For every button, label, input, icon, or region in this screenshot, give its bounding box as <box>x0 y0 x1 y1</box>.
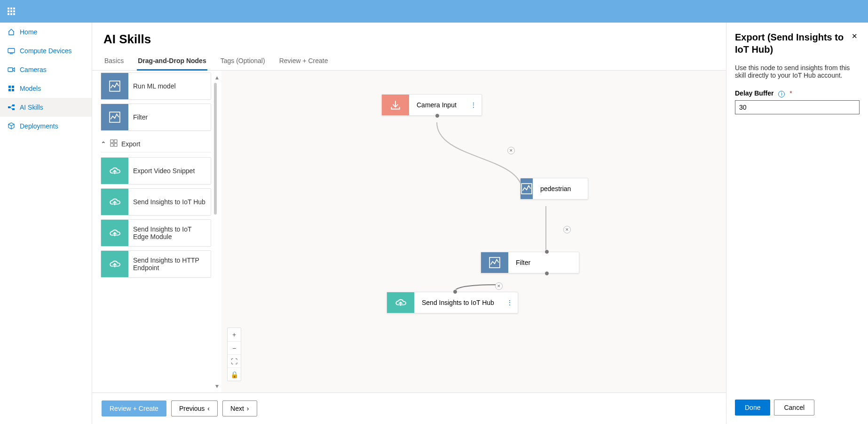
required-indicator: * <box>789 89 792 97</box>
palette-node-label: Run ML model <box>128 79 211 94</box>
palette-node-export-video-snippet[interactable]: Export Video Snippet <box>101 157 211 184</box>
sidebar-item-deployments[interactable]: Deployments <box>0 117 92 136</box>
port-in[interactable] <box>453 289 458 294</box>
palette-node-send-iot-hub[interactable]: Send Insights to IoT Hub <box>101 188 211 216</box>
edge-delete-icon[interactable]: ✕ <box>563 226 571 233</box>
cancel-button[interactable]: Cancel <box>774 400 814 416</box>
svg-rect-11 <box>110 112 120 122</box>
sidebar-item-compute-devices[interactable]: Compute Devices <box>0 41 92 60</box>
model-node-icon <box>481 252 508 273</box>
delay-buffer-label: Delay Buffer <box>735 89 773 97</box>
svg-rect-13 <box>114 140 117 143</box>
palette-node-label: Export Video Snippet <box>128 163 211 178</box>
wizard-footer: Review + Create Previous ‹ Next › <box>92 392 726 424</box>
sidebar-item-cameras[interactable]: Cameras <box>0 60 92 79</box>
canvas-node-send-insights-iot-hub[interactable]: Send Insights to IoT Hub ⋮ <box>387 292 518 313</box>
page-title: AI Skills <box>103 32 715 47</box>
edge-delete-icon[interactable]: ✕ <box>495 282 503 290</box>
model-node-icon <box>101 104 128 130</box>
svg-rect-17 <box>489 257 500 268</box>
node-label: Camera Input <box>409 95 466 115</box>
skills-icon <box>8 104 15 111</box>
svg-rect-0 <box>8 48 15 53</box>
more-icon[interactable]: ⋮ <box>466 95 481 115</box>
next-button[interactable]: Next › <box>222 400 257 416</box>
palette-node-run-ml-model[interactable]: Run ML model <box>101 72 211 100</box>
svg-rect-4 <box>12 86 14 88</box>
export-node-icon <box>101 158 128 184</box>
tab-review-create[interactable]: Review + Create <box>278 53 329 70</box>
done-button[interactable]: Done <box>735 400 770 416</box>
svg-rect-8 <box>12 104 15 106</box>
info-icon[interactable]: i <box>778 91 785 97</box>
properties-panel: Export (Send Insights to IoT Hub) ✕ Use … <box>726 23 868 424</box>
delay-buffer-input[interactable] <box>735 100 860 114</box>
svg-rect-2 <box>8 68 13 72</box>
palette-node-send-http-endpoint[interactable]: Send Insights to HTTP Endpoint <box>101 250 211 278</box>
button-label: Previous <box>179 405 205 412</box>
zoom-in-icon[interactable]: + <box>228 328 241 341</box>
node-label: Send Insights to IoT Hub <box>414 292 502 313</box>
waffle-icon[interactable] <box>8 8 15 15</box>
tab-basics[interactable]: Basics <box>103 53 125 70</box>
zoom-out-icon[interactable]: − <box>228 341 241 354</box>
node-palette: ▴ Run ML model Filter <box>92 71 221 392</box>
flow-canvas[interactable]: ✕ ✕ ✕ Camera Input ⋮ pedestrian <box>221 71 726 392</box>
sidebar-label: Cameras <box>20 66 47 73</box>
tablist: Basics Drag-and-Drop Nodes Tags (Optiona… <box>92 53 726 71</box>
home-icon <box>8 28 15 36</box>
category-label: Export <box>121 140 140 148</box>
port-in[interactable] <box>544 249 549 254</box>
palette-category-export[interactable]: ⌃ Export <box>101 135 211 152</box>
close-icon[interactable]: ✕ <box>850 31 860 41</box>
port-out[interactable] <box>435 113 440 118</box>
previous-button[interactable]: Previous ‹ <box>171 400 218 416</box>
svg-rect-7 <box>8 106 10 108</box>
svg-rect-15 <box>114 144 117 146</box>
export-node-icon <box>101 251 128 277</box>
sidebar-label: Home <box>20 28 37 36</box>
model-node-icon <box>521 178 533 199</box>
canvas-node-pedestrian[interactable]: pedestrian <box>520 178 588 200</box>
scrollbar-thumb[interactable] <box>214 83 217 215</box>
export-node-icon <box>101 189 128 215</box>
sidebar-item-models[interactable]: Models <box>0 79 92 98</box>
edge-delete-icon[interactable]: ✕ <box>507 147 515 154</box>
canvas-node-filter[interactable]: Filter <box>481 252 579 273</box>
svg-rect-16 <box>521 184 532 194</box>
sidebar-item-home[interactable]: Home <box>0 23 92 41</box>
node-label: Filter <box>508 252 579 273</box>
export-node-icon <box>387 292 414 313</box>
tab-tags[interactable]: Tags (Optional) <box>220 53 266 70</box>
deployments-icon <box>8 122 15 130</box>
port-out[interactable] <box>544 271 549 276</box>
lock-icon[interactable]: 🔒 <box>228 368 241 381</box>
tab-drag-drop-nodes[interactable]: Drag-and-Drop Nodes <box>137 53 207 71</box>
panel-title: Export (Send Insights to IoT Hub) <box>735 31 850 56</box>
svg-rect-6 <box>12 89 14 91</box>
review-create-button[interactable]: Review + Create <box>102 400 166 416</box>
palette-node-label: Send Insights to IoT Edge Module <box>128 222 211 244</box>
svg-rect-9 <box>12 108 15 110</box>
palette-node-label: Filter <box>128 110 211 125</box>
fit-view-icon[interactable]: ⛶ <box>228 354 241 368</box>
palette-node-send-iot-edge[interactable]: Send Insights to IoT Edge Module <box>101 219 211 247</box>
sidebar: Home Compute Devices Cameras Models AI S… <box>0 23 92 424</box>
scroll-down-icon[interactable]: ▾ <box>215 382 219 390</box>
palette-node-filter[interactable]: Filter <box>101 104 211 131</box>
canvas-controls: + − ⛶ 🔒 <box>227 328 241 381</box>
model-node-icon <box>101 73 128 99</box>
import-icon <box>382 95 409 115</box>
svg-rect-5 <box>8 89 11 91</box>
panel-description: Use this node to send insights from this… <box>735 64 860 79</box>
scroll-up-icon[interactable]: ▴ <box>215 73 219 81</box>
sidebar-label: Models <box>20 85 41 92</box>
device-icon <box>8 47 15 55</box>
more-icon[interactable]: ⋮ <box>502 292 518 313</box>
button-label: Next <box>230 405 244 412</box>
sidebar-item-ai-skills[interactable]: AI Skills <box>0 98 92 117</box>
palette-node-label: Send Insights to HTTP Endpoint <box>128 253 211 275</box>
canvas-node-camera-input[interactable]: Camera Input ⋮ <box>381 94 482 116</box>
node-label: pedestrian <box>533 178 588 199</box>
palette-node-label: Send Insights to IoT Hub <box>128 194 211 209</box>
